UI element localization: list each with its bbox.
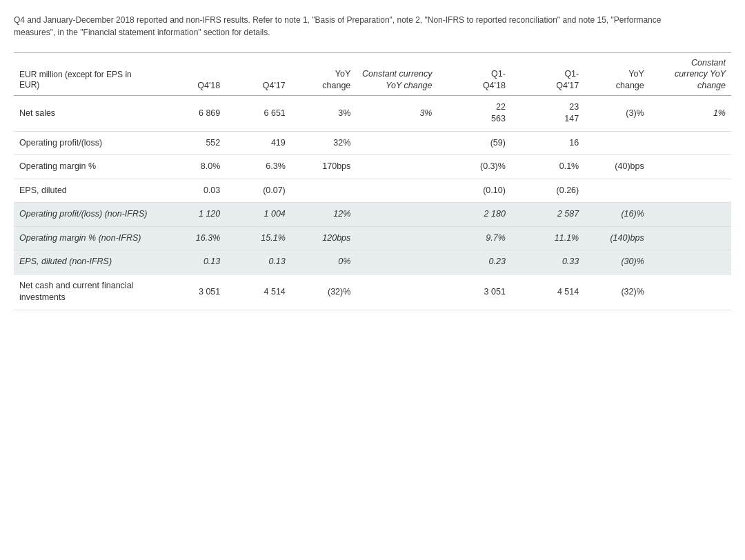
cell-q4-17: 6.3% xyxy=(226,155,291,179)
cell-yoy: 0% xyxy=(291,250,357,274)
header-cc-line2: YoY change xyxy=(386,81,432,90)
header-col-line2: EUR) xyxy=(19,80,39,90)
header-yoy-line1: YoY xyxy=(335,69,350,79)
cell-q1q4-17: (0.26) xyxy=(511,179,584,203)
header-q4-18: Q4'18 xyxy=(161,53,226,96)
cell-q4-18: 3 051 xyxy=(161,274,226,310)
cell-q4-18: 16.3% xyxy=(161,226,226,250)
cell-yoy2 xyxy=(584,131,650,155)
cell-yoy2: (3)% xyxy=(584,95,650,131)
header-cc-line1: Constant currency xyxy=(362,69,432,79)
cell-yoy2: (32)% xyxy=(584,274,650,310)
table-row: Operating profit/(loss) (non-IFRS)1 1201… xyxy=(14,203,731,227)
cell-cc-yoy2 xyxy=(650,179,731,203)
cell-yoy2 xyxy=(584,179,650,203)
header-q1q4-17: Q1-Q4'17 xyxy=(511,53,584,96)
cell-q1q4-18: 0.23 xyxy=(438,250,511,274)
cell-yoy2: (140)bps xyxy=(584,226,650,250)
table-row: EPS, diluted0.03(0.07)(0.10)(0.26) xyxy=(14,179,731,203)
row-label: Operating margin % (non-IFRS) xyxy=(14,226,161,250)
cell-yoy: 3% xyxy=(291,95,357,131)
cell-q4-17: 15.1% xyxy=(226,226,291,250)
row-label: Operating profit/(loss) (non-IFRS) xyxy=(14,203,161,227)
row-label: Operating profit/(loss) xyxy=(14,131,161,155)
financial-table: EUR million (except for EPS in EUR) Q4'1… xyxy=(14,52,731,310)
header-col-label: EUR million (except for EPS in EUR) xyxy=(14,53,161,96)
header-col-line1: EUR million (except for EPS in xyxy=(19,70,132,79)
cell-cc-yoy2 xyxy=(650,226,731,250)
table-row: Net sales6 8696 6513%3%2256323147(3)%1% xyxy=(14,95,731,131)
cell-yoy2: (30)% xyxy=(584,250,650,274)
header-cc-yoy2: Constant currency YoY change xyxy=(650,53,731,96)
cell-q1q4-18: 3 051 xyxy=(438,274,511,310)
note-container: Q4 and January-December 2018 reported an… xyxy=(14,14,731,39)
header-cc-yoy: Constant currency YoY change xyxy=(356,53,437,96)
header-q4-17: Q4'17 xyxy=(226,53,291,96)
cell-q4-17: 1 004 xyxy=(226,203,291,227)
cell-yoy: 120bps xyxy=(291,226,357,250)
cell-cc-yoy2: 1% xyxy=(650,95,731,131)
cell-q4-17: 4 514 xyxy=(226,274,291,310)
header-yoy-line2: change xyxy=(322,81,350,90)
cell-cc-yoy xyxy=(356,131,437,155)
cell-q1q4-18: 9.7% xyxy=(438,226,511,250)
cell-cc-yoy2 xyxy=(650,250,731,274)
header-cc2-line1: Constant xyxy=(691,58,726,68)
cell-cc-yoy: 3% xyxy=(356,95,437,131)
cell-cc-yoy xyxy=(356,274,437,310)
cell-q1q4-18: 2 180 xyxy=(438,203,511,227)
cell-q1q4-17: 0.1% xyxy=(511,155,584,179)
cell-q1q4-18: (0.10) xyxy=(438,179,511,203)
cell-yoy: (32)% xyxy=(291,274,357,310)
cell-q4-18: 0.13 xyxy=(161,250,226,274)
header-cc2-line3: change xyxy=(697,81,726,90)
table-row: Operating profit/(loss)55241932%(59)16 xyxy=(14,131,731,155)
header-yoy2-line1: YoY xyxy=(628,69,644,79)
cell-yoy: 32% xyxy=(291,131,357,155)
header-yoy: YoY change xyxy=(291,53,357,96)
table-row: Operating margin %8.0%6.3%170bps(0.3)%0.… xyxy=(14,155,731,179)
cell-cc-yoy2 xyxy=(650,274,731,310)
cell-cc-yoy xyxy=(356,179,437,203)
cell-q1q4-17: 23147 xyxy=(511,95,584,131)
cell-cc-yoy2 xyxy=(650,155,731,179)
row-label: EPS, diluted xyxy=(14,179,161,203)
cell-q4-18: 0.03 xyxy=(161,179,226,203)
cell-cc-yoy xyxy=(356,155,437,179)
cell-cc-yoy xyxy=(356,226,437,250)
cell-q4-17: 6 651 xyxy=(226,95,291,131)
table-row: EPS, diluted (non-IFRS)0.130.130%0.230.3… xyxy=(14,250,731,274)
cell-yoy xyxy=(291,179,357,203)
row-label: Operating margin % xyxy=(14,155,161,179)
note-text: Q4 and January-December 2018 reported an… xyxy=(14,14,676,39)
row-label: Net cash and current financial investmen… xyxy=(14,274,161,310)
row-label: Net sales xyxy=(14,95,161,131)
cell-yoy: 170bps xyxy=(291,155,357,179)
cell-yoy2: (16)% xyxy=(584,203,650,227)
cell-yoy: 12% xyxy=(291,203,357,227)
table-container: EUR million (except for EPS in EUR) Q4'1… xyxy=(14,52,731,310)
cell-q1q4-17: 2 587 xyxy=(511,203,584,227)
header-yoy2-line2: change xyxy=(616,81,644,90)
cell-q4-18: 6 869 xyxy=(161,95,226,131)
cell-q1q4-18: (0.3)% xyxy=(438,155,511,179)
cell-q4-17: 0.13 xyxy=(226,250,291,274)
cell-q1q4-17: 11.1% xyxy=(511,226,584,250)
table-row: Operating margin % (non-IFRS)16.3%15.1%1… xyxy=(14,226,731,250)
cell-q4-18: 8.0% xyxy=(161,155,226,179)
cell-q4-18: 1 120 xyxy=(161,203,226,227)
cell-q4-17: (0.07) xyxy=(226,179,291,203)
cell-cc-yoy xyxy=(356,250,437,274)
header-q1q4-18: Q1-Q4'18 xyxy=(438,53,511,96)
cell-yoy2: (40)bps xyxy=(584,155,650,179)
cell-q4-18: 552 xyxy=(161,131,226,155)
row-label: EPS, diluted (non-IFRS) xyxy=(14,250,161,274)
cell-q1q4-17: 0.33 xyxy=(511,250,584,274)
cell-q1q4-18: 22563 xyxy=(438,95,511,131)
cell-q1q4-17: 16 xyxy=(511,131,584,155)
cell-cc-yoy2 xyxy=(650,131,731,155)
cell-q1q4-17: 4 514 xyxy=(511,274,584,310)
cell-q1q4-18: (59) xyxy=(438,131,511,155)
header-cc2-line2: currency YoY xyxy=(675,69,726,79)
cell-q4-17: 419 xyxy=(226,131,291,155)
